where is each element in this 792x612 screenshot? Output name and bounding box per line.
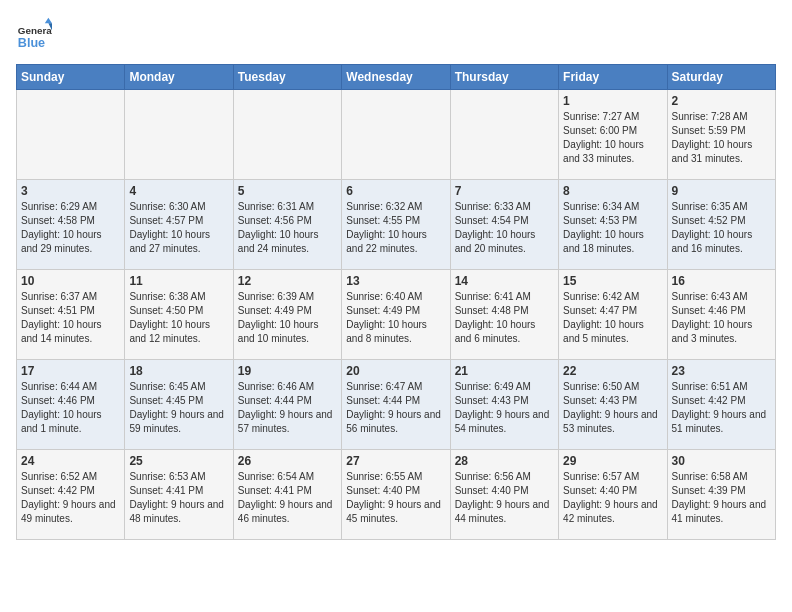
day-info: Sunrise: 6:52 AMSunset: 4:42 PMDaylight:… [21, 470, 120, 526]
calendar-cell: 2 Sunrise: 7:28 AMSunset: 5:59 PMDayligh… [667, 90, 775, 180]
calendar-cell: 17 Sunrise: 6:44 AMSunset: 4:46 PMDaylig… [17, 360, 125, 450]
day-info: Sunrise: 6:49 AMSunset: 4:43 PMDaylight:… [455, 380, 554, 436]
day-info: Sunrise: 6:41 AMSunset: 4:48 PMDaylight:… [455, 290, 554, 346]
day-number: 25 [129, 454, 228, 468]
day-info: Sunrise: 6:39 AMSunset: 4:49 PMDaylight:… [238, 290, 337, 346]
day-info: Sunrise: 6:30 AMSunset: 4:57 PMDaylight:… [129, 200, 228, 256]
day-number: 6 [346, 184, 445, 198]
calendar-week-row: 24 Sunrise: 6:52 AMSunset: 4:42 PMDaylig… [17, 450, 776, 540]
logo: General Blue [16, 16, 52, 52]
day-info: Sunrise: 6:43 AMSunset: 4:46 PMDaylight:… [672, 290, 771, 346]
day-number: 10 [21, 274, 120, 288]
day-number: 26 [238, 454, 337, 468]
weekday-header: Saturday [667, 65, 775, 90]
day-number: 21 [455, 364, 554, 378]
calendar-week-row: 17 Sunrise: 6:44 AMSunset: 4:46 PMDaylig… [17, 360, 776, 450]
calendar-cell: 26 Sunrise: 6:54 AMSunset: 4:41 PMDaylig… [233, 450, 341, 540]
day-number: 1 [563, 94, 662, 108]
day-number: 11 [129, 274, 228, 288]
calendar-cell: 22 Sunrise: 6:50 AMSunset: 4:43 PMDaylig… [559, 360, 667, 450]
day-info: Sunrise: 6:57 AMSunset: 4:40 PMDaylight:… [563, 470, 662, 526]
day-number: 18 [129, 364, 228, 378]
calendar-cell: 8 Sunrise: 6:34 AMSunset: 4:53 PMDayligh… [559, 180, 667, 270]
day-info: Sunrise: 6:46 AMSunset: 4:44 PMDaylight:… [238, 380, 337, 436]
calendar-cell: 18 Sunrise: 6:45 AMSunset: 4:45 PMDaylig… [125, 360, 233, 450]
calendar-cell [450, 90, 558, 180]
calendar-cell: 7 Sunrise: 6:33 AMSunset: 4:54 PMDayligh… [450, 180, 558, 270]
weekday-header: Sunday [17, 65, 125, 90]
day-info: Sunrise: 6:55 AMSunset: 4:40 PMDaylight:… [346, 470, 445, 526]
weekday-header: Thursday [450, 65, 558, 90]
day-number: 16 [672, 274, 771, 288]
day-info: Sunrise: 6:35 AMSunset: 4:52 PMDaylight:… [672, 200, 771, 256]
day-info: Sunrise: 6:53 AMSunset: 4:41 PMDaylight:… [129, 470, 228, 526]
svg-text:General: General [18, 25, 52, 36]
day-info: Sunrise: 6:56 AMSunset: 4:40 PMDaylight:… [455, 470, 554, 526]
day-number: 20 [346, 364, 445, 378]
day-number: 3 [21, 184, 120, 198]
day-number: 23 [672, 364, 771, 378]
calendar-table: SundayMondayTuesdayWednesdayThursdayFrid… [16, 64, 776, 540]
weekday-header: Friday [559, 65, 667, 90]
day-info: Sunrise: 7:27 AMSunset: 6:00 PMDaylight:… [563, 110, 662, 166]
calendar-cell: 11 Sunrise: 6:38 AMSunset: 4:50 PMDaylig… [125, 270, 233, 360]
calendar-cell: 15 Sunrise: 6:42 AMSunset: 4:47 PMDaylig… [559, 270, 667, 360]
day-info: Sunrise: 7:28 AMSunset: 5:59 PMDaylight:… [672, 110, 771, 166]
calendar-cell [342, 90, 450, 180]
day-info: Sunrise: 6:38 AMSunset: 4:50 PMDaylight:… [129, 290, 228, 346]
day-number: 12 [238, 274, 337, 288]
calendar-cell: 20 Sunrise: 6:47 AMSunset: 4:44 PMDaylig… [342, 360, 450, 450]
day-info: Sunrise: 6:37 AMSunset: 4:51 PMDaylight:… [21, 290, 120, 346]
calendar-cell: 4 Sunrise: 6:30 AMSunset: 4:57 PMDayligh… [125, 180, 233, 270]
day-number: 29 [563, 454, 662, 468]
calendar-week-row: 10 Sunrise: 6:37 AMSunset: 4:51 PMDaylig… [17, 270, 776, 360]
calendar-cell: 5 Sunrise: 6:31 AMSunset: 4:56 PMDayligh… [233, 180, 341, 270]
day-number: 19 [238, 364, 337, 378]
calendar-week-row: 3 Sunrise: 6:29 AMSunset: 4:58 PMDayligh… [17, 180, 776, 270]
calendar-cell: 29 Sunrise: 6:57 AMSunset: 4:40 PMDaylig… [559, 450, 667, 540]
calendar-cell: 19 Sunrise: 6:46 AMSunset: 4:44 PMDaylig… [233, 360, 341, 450]
day-info: Sunrise: 6:42 AMSunset: 4:47 PMDaylight:… [563, 290, 662, 346]
calendar-cell: 14 Sunrise: 6:41 AMSunset: 4:48 PMDaylig… [450, 270, 558, 360]
day-info: Sunrise: 6:45 AMSunset: 4:45 PMDaylight:… [129, 380, 228, 436]
day-number: 5 [238, 184, 337, 198]
day-number: 8 [563, 184, 662, 198]
day-info: Sunrise: 6:47 AMSunset: 4:44 PMDaylight:… [346, 380, 445, 436]
day-info: Sunrise: 6:44 AMSunset: 4:46 PMDaylight:… [21, 380, 120, 436]
calendar-cell: 13 Sunrise: 6:40 AMSunset: 4:49 PMDaylig… [342, 270, 450, 360]
logo-icon: General Blue [16, 16, 52, 52]
calendar-cell: 25 Sunrise: 6:53 AMSunset: 4:41 PMDaylig… [125, 450, 233, 540]
calendar-week-row: 1 Sunrise: 7:27 AMSunset: 6:00 PMDayligh… [17, 90, 776, 180]
calendar-cell: 28 Sunrise: 6:56 AMSunset: 4:40 PMDaylig… [450, 450, 558, 540]
calendar-cell: 24 Sunrise: 6:52 AMSunset: 4:42 PMDaylig… [17, 450, 125, 540]
calendar-cell [125, 90, 233, 180]
calendar-cell: 12 Sunrise: 6:39 AMSunset: 4:49 PMDaylig… [233, 270, 341, 360]
day-number: 30 [672, 454, 771, 468]
weekday-header: Wednesday [342, 65, 450, 90]
day-number: 15 [563, 274, 662, 288]
day-info: Sunrise: 6:40 AMSunset: 4:49 PMDaylight:… [346, 290, 445, 346]
day-info: Sunrise: 6:51 AMSunset: 4:42 PMDaylight:… [672, 380, 771, 436]
day-info: Sunrise: 6:29 AMSunset: 4:58 PMDaylight:… [21, 200, 120, 256]
day-info: Sunrise: 6:33 AMSunset: 4:54 PMDaylight:… [455, 200, 554, 256]
calendar-cell: 10 Sunrise: 6:37 AMSunset: 4:51 PMDaylig… [17, 270, 125, 360]
calendar-cell: 3 Sunrise: 6:29 AMSunset: 4:58 PMDayligh… [17, 180, 125, 270]
calendar-cell: 21 Sunrise: 6:49 AMSunset: 4:43 PMDaylig… [450, 360, 558, 450]
calendar-cell: 1 Sunrise: 7:27 AMSunset: 6:00 PMDayligh… [559, 90, 667, 180]
day-info: Sunrise: 6:54 AMSunset: 4:41 PMDaylight:… [238, 470, 337, 526]
day-number: 9 [672, 184, 771, 198]
day-number: 7 [455, 184, 554, 198]
weekday-header: Tuesday [233, 65, 341, 90]
day-info: Sunrise: 6:32 AMSunset: 4:55 PMDaylight:… [346, 200, 445, 256]
calendar-cell: 30 Sunrise: 6:58 AMSunset: 4:39 PMDaylig… [667, 450, 775, 540]
weekday-header-row: SundayMondayTuesdayWednesdayThursdayFrid… [17, 65, 776, 90]
day-number: 14 [455, 274, 554, 288]
calendar-cell: 27 Sunrise: 6:55 AMSunset: 4:40 PMDaylig… [342, 450, 450, 540]
calendar-cell: 9 Sunrise: 6:35 AMSunset: 4:52 PMDayligh… [667, 180, 775, 270]
day-number: 27 [346, 454, 445, 468]
day-number: 2 [672, 94, 771, 108]
page-header: General Blue [16, 16, 776, 52]
day-number: 13 [346, 274, 445, 288]
day-info: Sunrise: 6:50 AMSunset: 4:43 PMDaylight:… [563, 380, 662, 436]
calendar-cell [233, 90, 341, 180]
